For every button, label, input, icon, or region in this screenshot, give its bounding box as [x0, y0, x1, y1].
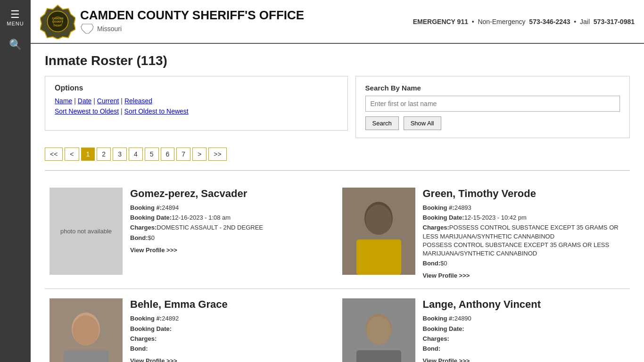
page-4[interactable]: 4 [129, 148, 143, 161]
charges: Charges:DOMESTIC ASSAULT - 2ND DEGREE [130, 223, 263, 232]
menu-button[interactable]: ☰ MENU [3, 6, 27, 30]
filter-current-link[interactable]: Current [97, 97, 119, 105]
svg-text:CAMDEN: CAMDEN [52, 17, 63, 20]
booking-date: Booking Date: [130, 325, 228, 333]
inmate-info: Gomez-perez, Sacvader Booking #:24894 Bo… [130, 188, 263, 279]
table-row: Lange, Anthony Vincent Booking #:24890 B… [338, 289, 630, 362]
emergency-label: EMERGENCY 911 • Non-Emergency 573-346-22… [413, 18, 635, 25]
table-row: Green, Timothy Verode Booking #:24893 Bo… [338, 178, 630, 289]
top-divider [45, 170, 630, 171]
filter-date-link[interactable]: Date [78, 97, 92, 105]
sidebar: ☰ MENU 🔍 [0, 0, 31, 362]
logo-area: CAMDEN COUNTY SHERIFF CAMDEN COUNTY SHER… [40, 4, 304, 39]
page-next[interactable]: > [192, 148, 206, 161]
show-all-button[interactable]: Show All [404, 116, 441, 130]
inmate-grid: photo not available Gomez-perez, Sacvade… [45, 178, 630, 362]
agency-name: CAMDEN COUNTY SHERIFF'S OFFICE [80, 8, 304, 22]
booking-date: Booking Date: [423, 325, 541, 333]
page-6[interactable]: 6 [161, 148, 175, 161]
state-name: Missouri [97, 25, 122, 33]
page-7[interactable]: 7 [176, 148, 190, 161]
page-2[interactable]: 2 [97, 148, 111, 161]
svg-point-9 [365, 205, 392, 235]
booking-date: Booking Date:12-15-2023 - 10:42 pm [423, 214, 626, 222]
page-3[interactable]: 3 [113, 148, 127, 161]
state-outline [80, 23, 94, 34]
svg-rect-12 [64, 350, 108, 362]
bond: Bond:$0 [423, 259, 626, 268]
booking-number: Booking #:24894 [130, 204, 263, 212]
no-photo-text: photo not available [60, 228, 112, 235]
site-header: CAMDEN COUNTY SHERIFF CAMDEN COUNTY SHER… [31, 0, 644, 44]
view-profile-link[interactable]: View Profile >>> [130, 247, 177, 254]
charges: Charges: [130, 335, 228, 343]
inmate-name: Green, Timothy Verode [423, 188, 626, 200]
view-profile-link[interactable]: View Profile >>> [423, 357, 470, 362]
inmate-photo [50, 298, 123, 362]
page-title: Inmate Roster (113) [45, 53, 630, 68]
search-input[interactable] [365, 96, 620, 112]
filter-name-link[interactable]: Name [55, 97, 72, 105]
badge-logo: CAMDEN COUNTY SHERIFF [40, 4, 75, 39]
sidebar-search-button[interactable]: 🔍 [5, 35, 25, 55]
sort-newest-link[interactable]: Sort Newest to Oldest [55, 107, 119, 115]
inmate-info: Green, Timothy Verode Booking #:24893 Bo… [423, 188, 626, 279]
inmate-name: Lange, Anthony Vincent [423, 298, 541, 311]
options-box: Options Name | Date | Current | Released… [45, 76, 348, 131]
mugshot-placeholder-2 [50, 298, 123, 362]
inmate-info: Behle, Emma Grace Booking #:24892 Bookin… [130, 298, 228, 362]
inmate-name: Behle, Emma Grace [130, 298, 228, 311]
sort-links-row: Sort Newest to Oldest | Sort Oldest to N… [55, 107, 338, 115]
menu-label: MENU [7, 21, 24, 26]
contact-info: EMERGENCY 911 • Non-Emergency 573-346-22… [413, 18, 635, 25]
svg-rect-16 [356, 350, 401, 362]
inmate-photo [342, 298, 415, 362]
agency-name-block: CAMDEN COUNTY SHERIFF'S OFFICE Missouri [80, 8, 304, 34]
page-first[interactable]: << [45, 148, 63, 161]
bond: Bond: [130, 345, 228, 353]
charges: Charges: [423, 335, 541, 343]
svg-rect-8 [356, 239, 401, 275]
filter-links-row: Name | Date | Current | Released [55, 97, 338, 105]
bond: Bond:$0 [130, 234, 263, 242]
inmate-photo: photo not available [50, 188, 123, 275]
inmate-name: Gomez-perez, Sacvader [130, 188, 263, 200]
booking-number: Booking #:24890 [423, 314, 541, 323]
options-search-row: Options Name | Date | Current | Released… [45, 76, 630, 138]
page-prev[interactable]: < [65, 148, 79, 161]
bond: Bond: [423, 345, 541, 353]
hamburger-icon: ☰ [7, 9, 24, 20]
view-profile-link[interactable]: View Profile >>> [130, 357, 177, 362]
page-5[interactable]: 5 [145, 148, 159, 161]
sort-oldest-link[interactable]: Sort Oldest to Newest [124, 107, 189, 115]
table-row: photo not available Gomez-perez, Sacvade… [45, 178, 338, 289]
view-profile-link[interactable]: View Profile >>> [423, 272, 470, 279]
page-1[interactable]: 1 [81, 148, 95, 161]
table-row: Behle, Emma Grace Booking #:24892 Bookin… [45, 289, 338, 362]
search-label: Search By Name [365, 84, 620, 92]
svg-text:COUNTY: COUNTY [52, 20, 64, 23]
pagination: << < 1 2 3 4 5 6 7 > >> [45, 148, 630, 161]
inmate-photo [342, 188, 415, 275]
page-last[interactable]: >> [208, 148, 226, 161]
mugshot-placeholder-3 [342, 298, 415, 362]
search-buttons: Search Show All [365, 116, 620, 130]
mugshot-placeholder [342, 188, 415, 275]
charges: Charges:POSSESS CONTROL SUBSTANCE EXCEPT… [423, 223, 626, 258]
options-heading: Options [55, 84, 338, 92]
booking-date: Booking Date:12-16-2023 - 1:08 am [130, 214, 263, 222]
inmate-info: Lange, Anthony Vincent Booking #:24890 B… [423, 298, 541, 362]
booking-number: Booking #:24893 [423, 204, 626, 212]
svg-point-17 [366, 316, 391, 345]
search-button[interactable]: Search [365, 116, 399, 130]
search-box: Search By Name Search Show All [355, 76, 630, 138]
filter-released-link[interactable]: Released [124, 97, 152, 105]
svg-point-13 [73, 315, 99, 346]
main-content: Inmate Roster (113) Options Name | Date … [31, 44, 644, 362]
booking-number: Booking #:24892 [130, 314, 228, 323]
